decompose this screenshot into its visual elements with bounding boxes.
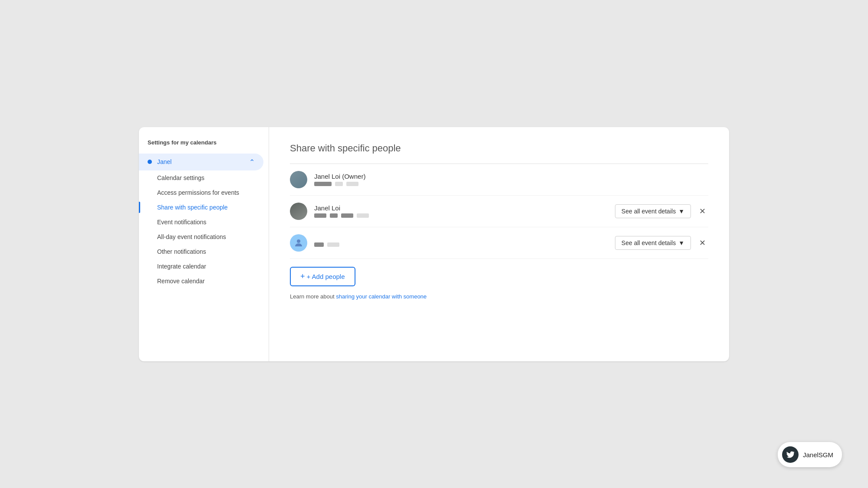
person-info: Janel Loi (314, 204, 615, 218)
person-meta (314, 182, 708, 186)
add-people-button[interactable]: + + Add people (290, 267, 355, 286)
sidebar-item-allday-notifications[interactable]: All-day event notifications (139, 229, 263, 244)
sidebar-sub-label: Access permissions for events (157, 189, 239, 196)
dropdown-label: See all event details (621, 208, 676, 215)
table-row: Janel Loi See all event details ▼ ✕ (290, 196, 708, 227)
person-name: Janel Loi (Owner) (314, 173, 708, 180)
person-actions: See all event details ▼ ✕ (615, 236, 708, 250)
avatar (290, 171, 307, 188)
twitter-icon (786, 450, 795, 459)
redact-block (346, 182, 358, 186)
sidebar-item-calendar-settings[interactable]: Calendar settings (139, 170, 263, 185)
sidebar-item-event-notifications[interactable]: Event notifications (139, 215, 263, 229)
person-actions: See all event details ▼ ✕ (615, 204, 708, 218)
dropdown-label: See all event details (621, 239, 676, 246)
sidebar-sub-label: Event notifications (157, 219, 207, 226)
learn-more: Learn more about sharing your calendar w… (290, 293, 708, 300)
sidebar-sub-label: All-day event notifications (157, 233, 226, 240)
person-info (314, 239, 615, 247)
redact-block (314, 182, 332, 186)
permission-dropdown[interactable]: See all event details ▼ (615, 236, 691, 250)
chevron-down-icon: ▼ (678, 208, 684, 215)
person-info: Janel Loi (Owner) (314, 173, 708, 186)
avatar (290, 234, 307, 252)
remove-person-button[interactable]: ✕ (696, 237, 708, 249)
sidebar-calendar-label: Janel (157, 158, 171, 165)
sidebar-section-title: Settings for my calendars (139, 139, 269, 154)
avatar (290, 203, 307, 220)
calendar-dot (148, 160, 152, 164)
section-title: Share with specific people (290, 143, 708, 154)
chevron-up-icon: ⌃ (249, 158, 255, 166)
sidebar-sub-label: Integrate calendar (157, 263, 206, 270)
sidebar-item-janel[interactable]: Janel ⌃ (139, 154, 263, 170)
table-row: Janel Loi (Owner) (290, 164, 708, 196)
user-badge[interactable]: JanelSGM (778, 442, 842, 467)
sidebar-item-share-people[interactable]: Share with specific people (139, 200, 263, 215)
settings-card: Settings for my calendars Janel ⌃ Calend… (139, 127, 729, 361)
table-row: See all event details ▼ ✕ (290, 227, 708, 259)
redact-block (314, 242, 324, 247)
redact-block (357, 213, 369, 218)
redact-block (341, 213, 353, 218)
permission-dropdown[interactable]: See all event details ▼ (615, 204, 691, 218)
person-meta (314, 213, 615, 218)
add-people-label: + Add people (307, 273, 345, 280)
chevron-down-icon: ▼ (678, 239, 684, 246)
person-name: Janel Loi (314, 204, 615, 212)
main-content: Share with specific people Janel Loi (Ow… (269, 127, 729, 361)
badge-icon (782, 446, 799, 463)
svg-point-0 (297, 239, 300, 243)
redact-block (327, 242, 339, 247)
redact-block (330, 213, 338, 218)
sidebar-sub-label: Remove calendar (157, 278, 205, 285)
sidebar-item-other-notifications[interactable]: Other notifications (139, 244, 263, 259)
sidebar-sub-label: Other notifications (157, 248, 206, 255)
redact-block (314, 213, 326, 218)
sidebar-item-access-permissions[interactable]: Access permissions for events (139, 185, 263, 200)
plus-icon: + (300, 272, 305, 281)
sidebar: Settings for my calendars Janel ⌃ Calend… (139, 127, 269, 361)
redact-block (335, 182, 343, 186)
person-meta (314, 242, 615, 247)
remove-person-button[interactable]: ✕ (696, 205, 708, 217)
person-icon (293, 238, 304, 248)
sidebar-sub-label: Calendar settings (157, 174, 204, 181)
sidebar-sub-label: Share with specific people (157, 204, 228, 211)
sidebar-item-integrate-calendar[interactable]: Integrate calendar (139, 259, 263, 274)
sidebar-item-remove-calendar[interactable]: Remove calendar (139, 274, 263, 288)
sharing-link[interactable]: sharing your calendar with someone (336, 293, 427, 300)
badge-label: JanelSGM (803, 451, 833, 459)
